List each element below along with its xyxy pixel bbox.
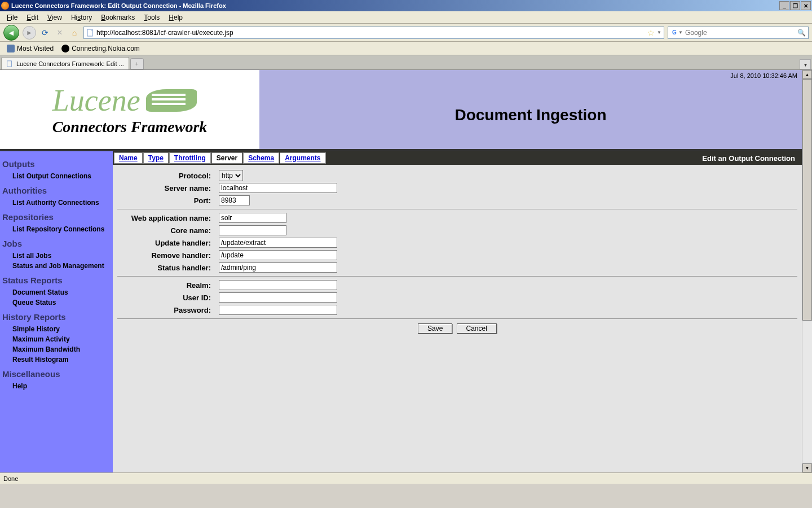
tab-strip: Lucene Connectors Framework: Edit ... + … (0, 55, 812, 70)
logo-subtitle: Connectors Framework (52, 118, 208, 135)
password-input[interactable] (219, 305, 337, 315)
sidebar-link[interactable]: Simple History (2, 324, 111, 334)
update-input[interactable] (219, 238, 337, 248)
sidebar-link[interactable]: List all Jobs (2, 251, 111, 261)
sidebar-link[interactable]: Document Status (2, 287, 111, 297)
bookmarks-toolbar: Most Visited Connecting.Nokia.com (0, 42, 812, 55)
tab-row-title: Edit an Output Connection (702, 154, 801, 163)
menu-view[interactable]: View (43, 12, 67, 23)
sidebar-heading: Authorities (2, 186, 111, 195)
url-dropdown-icon[interactable]: ▼ (657, 30, 661, 35)
window-title: Lucene Connectors Framework: Edit Output… (11, 2, 226, 9)
conn-tab-server[interactable]: Server (211, 152, 242, 164)
minimize-button[interactable]: _ (779, 1, 789, 10)
webapp-label: Web application name: (117, 214, 219, 222)
sidebar-heading: Outputs (2, 159, 111, 169)
remove-input[interactable] (219, 250, 337, 260)
menu-tools[interactable]: Tools (139, 12, 164, 23)
url-input[interactable] (96, 29, 646, 37)
save-button[interactable]: Save (418, 323, 452, 334)
url-bar[interactable]: ☆ ▼ (83, 27, 664, 39)
conn-tab-schema[interactable]: Schema (243, 152, 279, 164)
page-title: Document Ingestion (454, 106, 606, 124)
scroll-up-icon[interactable]: ▲ (802, 70, 812, 79)
menu-history[interactable]: History (67, 12, 96, 23)
banner: Jul 8, 2010 10:32:46 AM Document Ingesti… (259, 70, 802, 149)
sidebar-heading: Repositories (2, 212, 111, 222)
close-button[interactable]: ✕ (801, 1, 811, 10)
bookmark-label: Most Visited (17, 45, 54, 52)
sidebar-link[interactable]: Maximum Activity (2, 334, 111, 344)
window-controls: _ ❐ ✕ (779, 1, 811, 10)
forward-button[interactable]: ► (23, 26, 36, 40)
menu-file[interactable]: File (2, 12, 22, 23)
bookmark-star-icon[interactable]: ☆ (647, 28, 655, 37)
browser-tab[interactable]: Lucene Connectors Framework: Edit ... (1, 57, 129, 69)
vertical-scrollbar[interactable]: ▲ ▼ (802, 70, 812, 472)
back-button[interactable]: ◄ (3, 25, 19, 41)
bookmark-most-visited[interactable]: Most Visited (3, 43, 57, 54)
port-input[interactable] (219, 195, 250, 205)
update-label: Update handler: (117, 239, 219, 247)
sidebar-heading: Status Reports (2, 275, 111, 285)
connection-tabs: NameTypeThrottlingServerSchemaArgumentsE… (113, 151, 802, 165)
home-button[interactable]: ⌂ (69, 27, 80, 38)
remove-label: Remove handler: (117, 251, 219, 260)
form-area: Protocol: http Server name: Port: (113, 165, 802, 472)
protocol-select[interactable]: http (219, 170, 243, 181)
sidebar-link[interactable]: Maximum Bandwidth (2, 344, 111, 354)
conn-tab-name[interactable]: Name (114, 152, 143, 164)
search-go-icon[interactable]: 🔍 (797, 29, 806, 37)
svg-rect-1 (7, 60, 12, 66)
site-icon (61, 45, 69, 52)
app-header: Lucene Connectors Framework Jul 8, 2010 … (0, 70, 802, 149)
feather-icon (146, 89, 197, 112)
conn-tab-throttling[interactable]: Throttling (169, 152, 211, 164)
userid-label: User ID: (117, 294, 219, 302)
firefox-icon (1, 2, 9, 10)
new-tab-button[interactable]: + (130, 58, 144, 69)
sidebar-link[interactable]: List Output Connections (2, 171, 111, 181)
tab-list-dropdown[interactable]: ▾ (800, 59, 811, 69)
menu-help[interactable]: Help (164, 12, 187, 23)
reload-button[interactable]: ⟳ (39, 27, 51, 38)
sidebar-link[interactable]: Queue Status (2, 297, 111, 308)
button-row: Save Cancel (117, 319, 797, 338)
bookmark-nokia[interactable]: Connecting.Nokia.com (58, 43, 143, 54)
sidebar: OutputsList Output ConnectionsAuthoritie… (0, 151, 113, 472)
search-input[interactable] (685, 29, 797, 37)
realm-input[interactable] (219, 280, 337, 290)
menu-bookmarks[interactable]: Bookmarks (96, 12, 139, 23)
conn-tab-type[interactable]: Type (143, 152, 169, 164)
tab-title: Lucene Connectors Framework: Edit ... (16, 60, 124, 67)
google-icon: G (670, 29, 678, 37)
restore-button[interactable]: ❐ (790, 1, 800, 10)
menu-edit[interactable]: Edit (22, 12, 43, 23)
stop-button[interactable]: × (54, 27, 65, 38)
cancel-button[interactable]: Cancel (457, 323, 497, 334)
sidebar-link[interactable]: Help (2, 381, 111, 391)
core-input[interactable] (219, 225, 286, 235)
menubar: File Edit View History Bookmarks Tools H… (0, 11, 812, 24)
window-titlebar: Lucene Connectors Framework: Edit Output… (0, 0, 812, 11)
sidebar-heading: Jobs (2, 239, 111, 248)
page-icon (6, 60, 13, 67)
sidebar-link[interactable]: Result Histogram (2, 354, 111, 365)
search-bar[interactable]: G ▼ 🔍 (668, 27, 809, 39)
search-engine-dropdown-icon[interactable]: ▼ (678, 30, 683, 35)
conn-tab-arguments[interactable]: Arguments (280, 152, 325, 164)
sidebar-link[interactable]: Status and Job Management (2, 261, 111, 271)
sidebar-link[interactable]: List Authority Connections (2, 198, 111, 208)
sidebar-heading: Miscellaneous (2, 369, 111, 379)
logo: Lucene Connectors Framework (0, 70, 259, 149)
server-input[interactable] (219, 183, 337, 193)
scroll-down-icon[interactable]: ▼ (802, 463, 812, 472)
core-label: Core name: (117, 226, 219, 235)
port-label: Port: (117, 196, 219, 205)
userid-input[interactable] (219, 292, 337, 303)
password-label: Password: (117, 306, 219, 314)
scroll-thumb[interactable] (802, 79, 812, 321)
status-input[interactable] (219, 262, 337, 273)
sidebar-link[interactable]: List Repository Connections (2, 224, 111, 234)
webapp-input[interactable] (219, 213, 286, 223)
